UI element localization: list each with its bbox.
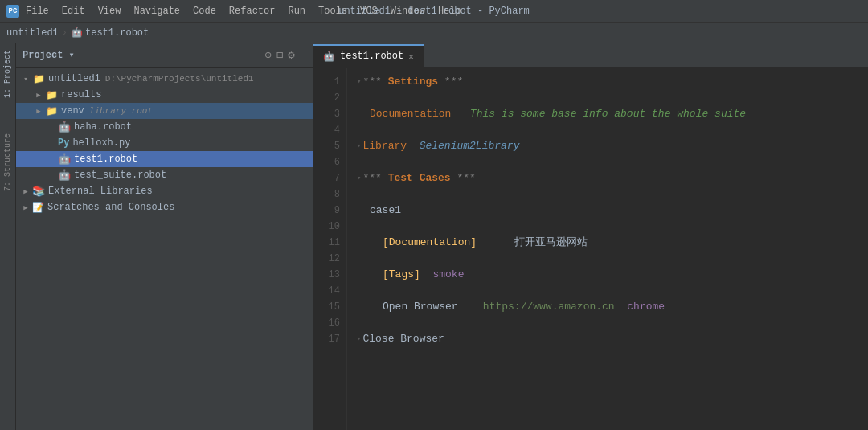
breadcrumb-file[interactable]: test1.robot [85,27,149,39]
menu-edit[interactable]: Edit [60,6,87,17]
py-icon: Py [58,137,69,149]
test1-spacer [45,153,58,166]
sidebar-tree: ▾ 📁 untitled1 D:\PycharmProjects\untitle… [16,68,313,430]
test1-label: test1.robot [74,154,137,165]
editor-area: 🤖 test1.robot ✕ 1 2 3 4 5 6 7 8 9 10 11 … [313,43,868,430]
extlib-icon: 📚 [32,185,45,198]
results-arrow: ▶ [32,88,45,101]
fold-1[interactable]: ▾ [357,74,361,90]
breadcrumb: untitled1 › 🤖 test1.robot [0,23,868,43]
side-label-structure[interactable]: 7: Structure [3,133,12,191]
testsuite-spacer [45,169,58,182]
code-line-13: [Tags] smoke [357,267,868,283]
code-line-5: ▾ Library Selenium2Library [357,138,868,154]
extlib-label: External Libraries [48,186,153,197]
root-path: D:\PycharmProjects\untitled1 [105,74,254,84]
scratches-icon: 📝 [32,202,44,214]
scratches-label: Scratches and Consoles [47,202,174,213]
menu-refactor[interactable]: Refactor [227,6,277,17]
root-label: untitled1 [48,73,100,84]
tree-item-extlib[interactable]: ▶ 📚 External Libraries [16,183,313,199]
testsuite-label: test_suite.robot [74,170,166,181]
helloxh-spacer [45,137,58,149]
code-line-17: ▾ Close Browser [357,331,868,347]
results-folder-icon: 📁 [45,88,58,101]
code-line-15: Open Browser https://www.amazon.cn chrom… [357,299,868,315]
test1-icon: 🤖 [58,153,71,166]
tree-item-test1[interactable]: 🤖 test1.robot [16,151,313,167]
side-label-project[interactable]: 1: Project [3,50,12,98]
testsuite-icon: 🤖 [58,169,71,182]
tab-close-btn[interactable]: ✕ [408,51,414,62]
code-line-12 [357,251,868,267]
code-line-14 [357,283,868,299]
sidebar-title: Project ▾ [23,49,75,61]
results-label: results [61,89,101,100]
haha-label: haha.robot [74,121,132,133]
code-line-2 [357,90,868,106]
helloxh-label: helloxh.py [72,137,130,149]
menu-view[interactable]: View [96,6,123,17]
window-title: untitled1 - test1.robot - PyCharm [338,6,530,17]
breadcrumb-file-icon: 🤖 [71,27,83,39]
code-line-11: [Documentation] 打开亚马逊网站 [357,235,868,251]
breadcrumb-project[interactable]: untitled1 [6,27,59,39]
tree-item-results[interactable]: ▶ 📁 results [16,87,313,103]
collapse-icon[interactable]: ⊟ [276,48,283,62]
code-line-6 [357,154,868,170]
scratches-arrow: ▶ [19,201,32,214]
main-layout: 1: Project 7: Structure Project ▾ ⊕ ⊟ ⚙ … [0,43,868,430]
breadcrumb-sep: › [62,27,68,39]
tree-root[interactable]: ▾ 📁 untitled1 D:\PycharmProjects\untitle… [16,71,313,87]
tab-test1[interactable]: 🤖 test1.robot ✕ [313,44,424,67]
menu-file[interactable]: File [24,6,51,17]
tree-item-scratches[interactable]: ▶ 📝 Scratches and Consoles [16,199,313,215]
haha-spacer [45,121,58,133]
menu-code[interactable]: Code [191,6,218,17]
venv-arrow: ▶ [32,104,45,117]
tree-item-testsuite[interactable]: 🤖 test_suite.robot [16,167,313,183]
code-line-3: Documentation This is some base info abo… [357,106,868,122]
add-icon[interactable]: ⊕ [264,48,271,62]
tree-item-haha[interactable]: 🤖 haha.robot [16,119,313,135]
sidebar-header: Project ▾ ⊕ ⊟ ⚙ — [16,43,313,68]
code-line-7: ▾ *** Test Cases *** [357,170,868,186]
fold-7[interactable]: ▾ [357,170,361,186]
root-folder-icon: 📁 [32,72,45,85]
code-line-9: case1 [357,203,868,219]
extlib-arrow: ▶ [19,185,32,198]
title-bar: PC File Edit View Navigate Code Refactor… [0,0,868,23]
app-icon: PC [6,5,19,18]
root-arrow: ▾ [19,72,32,85]
sidebar-icons: ⊕ ⊟ ⚙ — [264,48,306,62]
haha-icon: 🤖 [58,121,71,133]
menu-navigate[interactable]: Navigate [132,6,182,17]
venv-tag: library root [89,106,153,116]
sidebar: Project ▾ ⊕ ⊟ ⚙ — ▾ 📁 untitled1 D:\Pycha… [16,43,313,430]
tab-icon: 🤖 [323,51,335,63]
tree-item-helloxh[interactable]: Py helloxh.py [16,135,313,151]
menu-run[interactable]: Run [286,6,307,17]
side-strip: 1: Project 7: Structure [0,43,16,430]
code-line-1: ▾ *** Settings *** [357,74,868,90]
venv-folder-icon: 📁 [45,104,58,117]
code-line-8 [357,186,868,203]
close-sidebar-icon[interactable]: — [300,48,306,62]
code-editor[interactable]: 1 2 3 4 5 6 7 8 9 10 11 12 13 14 15 16 1… [313,68,868,430]
tab-label: test1.robot [340,51,403,62]
code-content[interactable]: ▾ *** Settings *** Documentation This is… [347,68,868,430]
line-numbers: 1 2 3 4 5 6 7 8 9 10 11 12 13 14 15 16 1… [313,68,347,430]
venv-label: venv [61,105,84,117]
code-line-4 [357,122,868,138]
code-line-10 [357,219,868,235]
code-line-16 [357,315,868,331]
settings-icon[interactable]: ⚙ [288,48,294,62]
tab-bar: 🤖 test1.robot ✕ [313,43,868,68]
fold-17[interactable]: ▾ [357,331,361,347]
tree-item-venv[interactable]: ▶ 📁 venv library root [16,103,313,119]
fold-5[interactable]: ▾ [357,138,361,154]
